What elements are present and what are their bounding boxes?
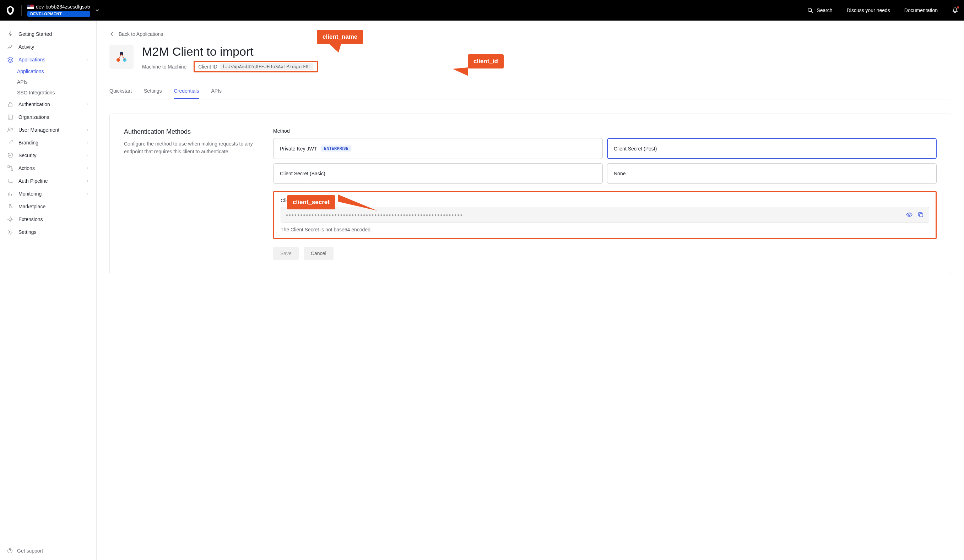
gear-icon <box>7 229 13 235</box>
search-label: Search <box>817 7 832 13</box>
plug-icon <box>7 216 13 222</box>
sidebar: Getting StartedActivityApplicationsAppli… <box>0 21 97 560</box>
sidebar-item-label: Actions <box>18 166 35 171</box>
method-client-secret-basic-[interactable]: Client Secret (Basic) <box>273 163 603 184</box>
sidebar-item-label: Settings <box>18 229 37 235</box>
client-secret-hint: The Client Secret is not base64 encoded. <box>281 227 929 232</box>
sidebar-item-branding[interactable]: Branding <box>0 136 96 149</box>
chevron-down-icon <box>95 8 99 12</box>
shield-icon <box>7 152 13 159</box>
sidebar-item-label: Marketplace <box>18 204 46 209</box>
topbar: dev-bo5b234zsesdfgsa5 DEVELOPMENT Search… <box>0 0 964 21</box>
tab-apis[interactable]: APIs <box>211 84 221 99</box>
search-button[interactable]: Search <box>808 7 832 13</box>
method-label: Method <box>273 128 937 134</box>
us-flag-icon <box>27 5 34 9</box>
support-label: Get support <box>17 548 43 554</box>
tenant-name: dev-bo5b234zsesdfgsa5 <box>36 4 90 10</box>
divider <box>21 5 22 16</box>
sidebar-item-activity[interactable]: Activity <box>0 41 96 53</box>
save-button[interactable]: Save <box>273 247 299 260</box>
sidebar-item-monitoring[interactable]: Monitoring <box>0 187 96 200</box>
chevron-right-icon <box>86 128 89 131</box>
lock-icon <box>7 101 13 107</box>
client-secret-section: Client Secret ●●●●●●●●●●●●●●●●●●●●●●●●●●… <box>273 191 937 239</box>
method-none[interactable]: None <box>607 163 937 184</box>
svg-point-0 <box>808 8 812 12</box>
client-id-value[interactable]: lJJsWpAmd42q0EEJHJoSAxTPzdgpzF0i <box>220 63 313 70</box>
sidebar-item-extensions[interactable]: Extensions <box>0 213 96 226</box>
bolt-icon <box>7 31 13 37</box>
sidebar-item-label: User Management <box>18 127 59 133</box>
chevron-right-icon <box>86 58 89 62</box>
chart-icon <box>7 44 13 50</box>
back-to-applications[interactable]: Back to Applications <box>109 31 163 37</box>
sidebar-item-user-management[interactable]: User Management <box>0 123 96 136</box>
tab-settings[interactable]: Settings <box>144 84 162 99</box>
svg-point-7 <box>9 218 12 221</box>
copy-icon[interactable] <box>917 211 924 218</box>
reveal-icon[interactable] <box>906 211 912 218</box>
sidebar-item-label: Authentication <box>18 102 50 107</box>
sidebar-item-label: Applications <box>18 57 46 62</box>
app-icon <box>109 45 134 69</box>
svg-rect-6 <box>11 169 13 171</box>
callout-client-name: client_name <box>317 30 363 44</box>
client-secret-field: ●●●●●●●●●●●●●●●●●●●●●●●●●●●●●●●●●●●●●●●●… <box>281 207 929 222</box>
notification-dot <box>957 6 959 8</box>
tab-quickstart[interactable]: Quickstart <box>109 84 132 99</box>
svg-point-13 <box>909 214 910 216</box>
sidebar-item-auth-pipeline[interactable]: Auth Pipeline <box>0 175 96 187</box>
sidebar-item-security[interactable]: Security <box>0 149 96 162</box>
client-secret-label: Client Secret <box>281 198 929 203</box>
sidebar-item-actions[interactable]: Actions <box>0 162 96 175</box>
chevron-right-icon <box>86 154 89 157</box>
app-title: M2M Client to import <box>142 45 318 58</box>
puzzle-icon <box>7 203 13 210</box>
sidebar-item-label: Security <box>18 153 37 158</box>
sidebar-item-label: Organizations <box>18 114 49 120</box>
tenant-switcher[interactable]: dev-bo5b234zsesdfgsa5 DEVELOPMENT <box>27 4 99 17</box>
docs-link[interactable]: Documentation <box>904 7 938 13</box>
search-icon <box>808 7 813 13</box>
callout-client-secret: client_secret <box>287 195 335 209</box>
tab-credentials[interactable]: Credentials <box>174 84 199 99</box>
sidebar-item-organizations[interactable]: Organizations <box>0 111 96 123</box>
chevron-right-icon <box>86 166 89 170</box>
sidebar-item-label: Branding <box>18 140 38 146</box>
method-label: None <box>614 171 625 176</box>
sidebar-sub-apis[interactable]: APIs <box>0 77 96 87</box>
client-id-label: Client ID <box>198 64 217 70</box>
sidebar-sub-sso-integrations[interactable]: SSO Integrations <box>0 87 96 98</box>
method-client-secret-post-[interactable]: Client Secret (Post) <box>607 138 937 159</box>
main-content: client_name client_id client_secret Back… <box>97 21 964 560</box>
sidebar-item-getting-started[interactable]: Getting Started <box>0 28 96 41</box>
auth0-logo[interactable] <box>6 6 15 15</box>
sidebar-sub-applications[interactable]: Applications <box>0 66 96 77</box>
notifications-button[interactable] <box>952 7 958 13</box>
users-icon <box>7 127 13 133</box>
discuss-link[interactable]: Discuss your needs <box>847 7 890 13</box>
method-private-key-jwt[interactable]: Private Key JWTENTERPRISE <box>273 138 603 159</box>
sidebar-item-settings[interactable]: Settings <box>0 226 96 239</box>
enterprise-badge: ENTERPRISE <box>321 146 351 151</box>
get-support-link[interactable]: Get support <box>0 544 96 557</box>
svg-point-3 <box>8 128 10 130</box>
sidebar-item-label: Monitoring <box>18 191 42 196</box>
sidebar-item-applications[interactable]: Applications <box>0 53 96 66</box>
sidebar-item-marketplace[interactable]: Marketplace <box>0 200 96 213</box>
cancel-button[interactable]: Cancel <box>304 247 334 260</box>
sidebar-item-label: Activity <box>18 44 34 50</box>
tabs: QuickstartSettingsCredentialsAPIs <box>109 84 951 99</box>
layers-icon <box>7 57 13 63</box>
pipe-icon <box>7 178 13 184</box>
sidebar-item-authentication[interactable]: Authentication <box>0 98 96 111</box>
sidebar-item-label: Getting Started <box>18 31 52 37</box>
help-icon <box>7 548 13 554</box>
method-label: Private Key JWT <box>280 146 317 151</box>
callout-client-id: client_id <box>468 54 504 68</box>
svg-rect-2 <box>8 115 12 119</box>
sidebar-item-label: Extensions <box>18 216 42 222</box>
svg-point-4 <box>11 128 13 130</box>
method-grid: Private Key JWTENTERPRISEClient Secret (… <box>273 138 937 184</box>
